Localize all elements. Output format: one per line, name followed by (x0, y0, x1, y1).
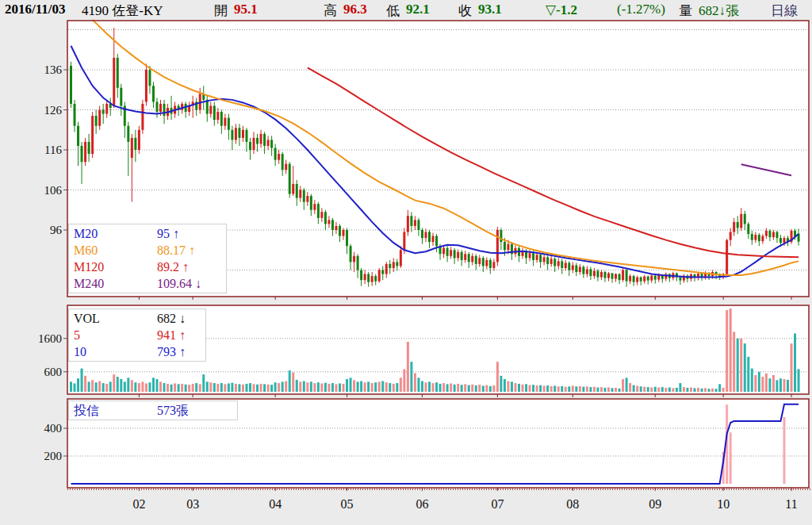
candle-body (553, 259, 556, 266)
volume-bar (676, 388, 678, 392)
volume-bar (81, 369, 83, 392)
candle-body (607, 274, 610, 278)
volume-bar (579, 386, 581, 392)
candle-body (417, 220, 419, 230)
candle-body (783, 238, 785, 243)
volume-bar (600, 387, 603, 392)
volume-bar (468, 385, 470, 392)
volume-bar (417, 377, 419, 392)
volume-bar (529, 385, 531, 392)
volume-bar (768, 378, 771, 392)
candle-body (389, 264, 391, 268)
volume-bar (174, 384, 176, 393)
candle-body (381, 270, 384, 274)
candle-body (367, 274, 370, 282)
volume-bar (654, 387, 657, 392)
candle-body (468, 254, 470, 262)
volume-bar (270, 385, 273, 392)
candle-body (611, 274, 614, 279)
candle-body (105, 104, 108, 114)
volume-bar (776, 380, 778, 392)
candle-body (310, 196, 312, 210)
candle-body (761, 236, 764, 242)
volume-bar (220, 383, 223, 392)
candle-body (371, 276, 373, 282)
candle-body (442, 248, 445, 255)
volume-bar (131, 380, 133, 392)
volume-bar (615, 388, 617, 392)
volume-bar (91, 380, 94, 392)
volume-bar (733, 331, 735, 392)
volume-bar (159, 381, 162, 392)
candle-body (633, 276, 635, 282)
volume-bar (672, 388, 674, 392)
candle-body (134, 138, 136, 150)
volume-bar (360, 381, 362, 392)
candle-body (679, 278, 681, 281)
volume-bar (489, 386, 492, 392)
ma60-legend-row: M6088.17 ↑ (74, 242, 221, 259)
volume-bar (464, 384, 466, 392)
volume-bar (607, 388, 610, 392)
volume-bar (113, 374, 115, 392)
candle-body (131, 138, 133, 158)
candle-body (529, 253, 531, 258)
candle-body (213, 105, 216, 120)
candle-body (603, 272, 606, 278)
volume-bar (668, 388, 671, 392)
volume-bar (242, 385, 244, 392)
volume-bar (335, 384, 337, 392)
volume-bar (686, 388, 688, 392)
volume-bar (485, 385, 488, 392)
volume-bar (783, 379, 785, 392)
volume-bar (185, 385, 187, 392)
volume-bar (679, 383, 681, 392)
candle-body (120, 88, 122, 106)
volume-bar (457, 384, 459, 392)
candle-body (550, 259, 553, 264)
candle-body (654, 276, 657, 280)
candle-body (454, 250, 456, 258)
volume-bar (511, 381, 513, 392)
volume-bar (393, 384, 395, 392)
volume-bar (572, 385, 574, 392)
month-label: 09 (649, 497, 661, 511)
vol5-legend-row: 5941 ↑ (74, 327, 201, 343)
volume-bar (701, 389, 703, 392)
volume-bar (310, 381, 312, 392)
volume-bar (754, 375, 756, 392)
volume-bar (636, 385, 638, 392)
volume-bar (435, 382, 438, 392)
volume-bar (303, 381, 305, 392)
candle-body (346, 230, 348, 246)
volume-bar (794, 334, 796, 393)
volume-bar (633, 385, 635, 392)
volume-bar (134, 382, 136, 392)
volume-bar (779, 378, 782, 392)
volume-bar (389, 383, 391, 392)
price-tick-label: 126 (44, 104, 63, 117)
candle-body (407, 216, 409, 232)
month-label: 06 (416, 497, 428, 511)
candle-body (485, 260, 488, 266)
volume-bar (77, 378, 79, 392)
volume-bar (343, 384, 345, 392)
volume-bar (385, 382, 388, 392)
candle-body (740, 214, 742, 228)
volume-bar (543, 385, 546, 392)
month-label: 07 (491, 497, 504, 511)
candle-body (220, 112, 223, 126)
price-tick-label: 136 (44, 63, 63, 76)
volume-bar (260, 384, 262, 392)
volume-bar (747, 357, 749, 392)
volume-bar (442, 383, 445, 392)
candle-body (507, 244, 509, 251)
volume-bar (761, 377, 764, 392)
volume-bar (582, 387, 584, 392)
volume-bar (88, 381, 90, 392)
volume-bar (327, 384, 330, 392)
volume-bar (492, 385, 495, 392)
volume-bar (285, 381, 287, 392)
candle-body (385, 264, 388, 274)
volume-bar (167, 384, 169, 392)
